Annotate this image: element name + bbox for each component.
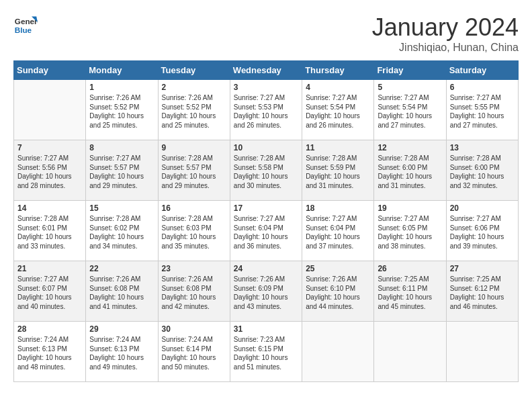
calendar-table: SundayMondayTuesdayWednesdayThursdayFrid…	[13, 60, 519, 382]
calendar-cell: 1Sunrise: 7:26 AM Sunset: 5:52 PM Daylig…	[86, 80, 158, 140]
calendar-cell: 17Sunrise: 7:27 AM Sunset: 6:04 PM Dayli…	[230, 201, 302, 261]
cell-info: Sunrise: 7:26 AM Sunset: 6:09 PM Dayligh…	[234, 275, 298, 311]
calendar-cell: 14Sunrise: 7:28 AM Sunset: 6:01 PM Dayli…	[14, 201, 86, 261]
calendar-cell: 28Sunrise: 7:24 AM Sunset: 6:13 PM Dayli…	[14, 322, 86, 382]
date-number: 3	[234, 83, 298, 92]
calendar-cell	[446, 322, 518, 382]
day-header-saturday: Saturday	[446, 61, 518, 80]
calendar-cell: 2Sunrise: 7:26 AM Sunset: 5:52 PM Daylig…	[158, 80, 230, 140]
date-number: 27	[450, 264, 515, 273]
date-number: 5	[378, 83, 442, 92]
calendar-cell: 11Sunrise: 7:28 AM Sunset: 5:59 PM Dayli…	[302, 140, 374, 201]
date-number: 8	[89, 143, 154, 152]
date-number: 23	[162, 264, 226, 273]
cell-info: Sunrise: 7:27 AM Sunset: 5:54 PM Dayligh…	[378, 93, 442, 130]
date-number: 4	[306, 83, 370, 92]
cell-info: Sunrise: 7:24 AM Sunset: 6:13 PM Dayligh…	[17, 335, 82, 371]
date-number: 16	[162, 203, 226, 213]
calendar-cell: 20Sunrise: 7:27 AM Sunset: 6:06 PM Dayli…	[446, 201, 518, 261]
calendar-cell: 10Sunrise: 7:28 AM Sunset: 5:58 PM Dayli…	[230, 140, 302, 201]
date-number: 21	[17, 264, 82, 273]
cell-info: Sunrise: 7:27 AM Sunset: 5:57 PM Dayligh…	[89, 154, 154, 190]
calendar-cell: 18Sunrise: 7:27 AM Sunset: 6:04 PM Dayli…	[302, 201, 374, 261]
calendar-cell: 12Sunrise: 7:28 AM Sunset: 6:00 PM Dayli…	[374, 140, 446, 201]
cell-info: Sunrise: 7:28 AM Sunset: 5:59 PM Dayligh…	[306, 154, 370, 190]
calendar-cell	[374, 322, 446, 382]
date-number: 31	[234, 324, 298, 334]
cell-info: Sunrise: 7:28 AM Sunset: 6:03 PM Dayligh…	[162, 214, 226, 250]
calendar-week-row: 28Sunrise: 7:24 AM Sunset: 6:13 PM Dayli…	[14, 322, 519, 382]
calendar-week-row: 7Sunrise: 7:27 AM Sunset: 5:56 PM Daylig…	[14, 140, 519, 201]
calendar-week-row: 14Sunrise: 7:28 AM Sunset: 6:01 PM Dayli…	[14, 201, 519, 261]
date-number: 15	[89, 203, 154, 213]
date-number: 18	[306, 203, 370, 213]
calendar-cell: 30Sunrise: 7:24 AM Sunset: 6:14 PM Dayli…	[158, 322, 230, 382]
cell-info: Sunrise: 7:25 AM Sunset: 6:12 PM Dayligh…	[450, 275, 515, 311]
date-number: 30	[162, 324, 226, 334]
day-header-wednesday: Wednesday	[230, 61, 302, 80]
cell-info: Sunrise: 7:27 AM Sunset: 6:07 PM Dayligh…	[17, 275, 82, 311]
calendar-cell: 19Sunrise: 7:27 AM Sunset: 6:05 PM Dayli…	[374, 201, 446, 261]
calendar-week-row: 21Sunrise: 7:27 AM Sunset: 6:07 PM Dayli…	[14, 261, 519, 322]
cell-info: Sunrise: 7:23 AM Sunset: 6:15 PM Dayligh…	[234, 335, 298, 371]
svg-text:Blue: Blue	[15, 26, 32, 34]
date-number: 13	[450, 143, 515, 152]
calendar-body: 1Sunrise: 7:26 AM Sunset: 5:52 PM Daylig…	[14, 80, 519, 382]
cell-info: Sunrise: 7:28 AM Sunset: 5:58 PM Dayligh…	[234, 154, 298, 190]
date-number: 25	[306, 264, 370, 273]
date-number: 2	[162, 83, 226, 92]
cell-info: Sunrise: 7:26 AM Sunset: 6:10 PM Dayligh…	[306, 275, 370, 311]
calendar-cell: 5Sunrise: 7:27 AM Sunset: 5:54 PM Daylig…	[374, 80, 446, 140]
cell-info: Sunrise: 7:24 AM Sunset: 6:13 PM Dayligh…	[89, 335, 154, 371]
cell-info: Sunrise: 7:26 AM Sunset: 6:08 PM Dayligh…	[162, 275, 226, 311]
calendar-cell: 3Sunrise: 7:27 AM Sunset: 5:53 PM Daylig…	[230, 80, 302, 140]
calendar-cell: 24Sunrise: 7:26 AM Sunset: 6:09 PM Dayli…	[230, 261, 302, 322]
calendar-cell	[14, 80, 86, 140]
cell-info: Sunrise: 7:24 AM Sunset: 6:14 PM Dayligh…	[162, 335, 226, 371]
logo-icon: General Blue	[13, 13, 38, 38]
calendar-cell: 16Sunrise: 7:28 AM Sunset: 6:03 PM Dayli…	[158, 201, 230, 261]
calendar-cell: 15Sunrise: 7:28 AM Sunset: 6:02 PM Dayli…	[86, 201, 158, 261]
day-header-monday: Monday	[86, 61, 158, 80]
calendar-cell: 13Sunrise: 7:28 AM Sunset: 6:00 PM Dayli…	[446, 140, 518, 201]
date-number: 12	[378, 143, 442, 152]
cell-info: Sunrise: 7:28 AM Sunset: 6:00 PM Dayligh…	[450, 154, 515, 190]
page-header: General Blue January 2024 Jinshiqiao, Hu…	[13, 13, 519, 54]
day-header-friday: Friday	[374, 61, 446, 80]
title-block: January 2024 Jinshiqiao, Hunan, China	[372, 13, 519, 54]
date-number: 19	[378, 203, 442, 213]
date-number: 26	[378, 264, 442, 273]
calendar-header-row: SundayMondayTuesdayWednesdayThursdayFrid…	[14, 61, 519, 80]
calendar-cell: 21Sunrise: 7:27 AM Sunset: 6:07 PM Dayli…	[14, 261, 86, 322]
calendar-cell: 22Sunrise: 7:26 AM Sunset: 6:08 PM Dayli…	[86, 261, 158, 322]
cell-info: Sunrise: 7:27 AM Sunset: 6:05 PM Dayligh…	[378, 214, 442, 250]
calendar-cell: 27Sunrise: 7:25 AM Sunset: 6:12 PM Dayli…	[446, 261, 518, 322]
date-number: 7	[17, 143, 82, 152]
date-number: 6	[450, 83, 515, 92]
calendar-cell: 29Sunrise: 7:24 AM Sunset: 6:13 PM Dayli…	[86, 322, 158, 382]
cell-info: Sunrise: 7:27 AM Sunset: 6:04 PM Dayligh…	[234, 214, 298, 250]
calendar-cell	[302, 322, 374, 382]
month-title: January 2024	[372, 13, 519, 42]
date-number: 29	[89, 324, 154, 334]
cell-info: Sunrise: 7:25 AM Sunset: 6:11 PM Dayligh…	[378, 275, 442, 311]
date-number: 10	[234, 143, 298, 152]
cell-info: Sunrise: 7:27 AM Sunset: 5:56 PM Dayligh…	[17, 154, 82, 190]
cell-info: Sunrise: 7:28 AM Sunset: 5:57 PM Dayligh…	[162, 154, 226, 190]
date-number: 14	[17, 203, 82, 213]
day-header-sunday: Sunday	[14, 61, 86, 80]
calendar-cell: 9Sunrise: 7:28 AM Sunset: 5:57 PM Daylig…	[158, 140, 230, 201]
calendar-cell: 25Sunrise: 7:26 AM Sunset: 6:10 PM Dayli…	[302, 261, 374, 322]
calendar-cell: 31Sunrise: 7:23 AM Sunset: 6:15 PM Dayli…	[230, 322, 302, 382]
date-number: 17	[234, 203, 298, 213]
cell-info: Sunrise: 7:26 AM Sunset: 5:52 PM Dayligh…	[89, 93, 154, 130]
calendar-cell: 4Sunrise: 7:27 AM Sunset: 5:54 PM Daylig…	[302, 80, 374, 140]
cell-info: Sunrise: 7:27 AM Sunset: 5:54 PM Dayligh…	[306, 93, 370, 130]
calendar-cell: 26Sunrise: 7:25 AM Sunset: 6:11 PM Dayli…	[374, 261, 446, 322]
calendar-cell: 6Sunrise: 7:27 AM Sunset: 5:55 PM Daylig…	[446, 80, 518, 140]
date-number: 28	[17, 324, 82, 334]
date-number: 9	[162, 143, 226, 152]
date-number: 11	[306, 143, 370, 152]
calendar-week-row: 1Sunrise: 7:26 AM Sunset: 5:52 PM Daylig…	[14, 80, 519, 140]
cell-info: Sunrise: 7:27 AM Sunset: 5:55 PM Dayligh…	[450, 93, 515, 130]
